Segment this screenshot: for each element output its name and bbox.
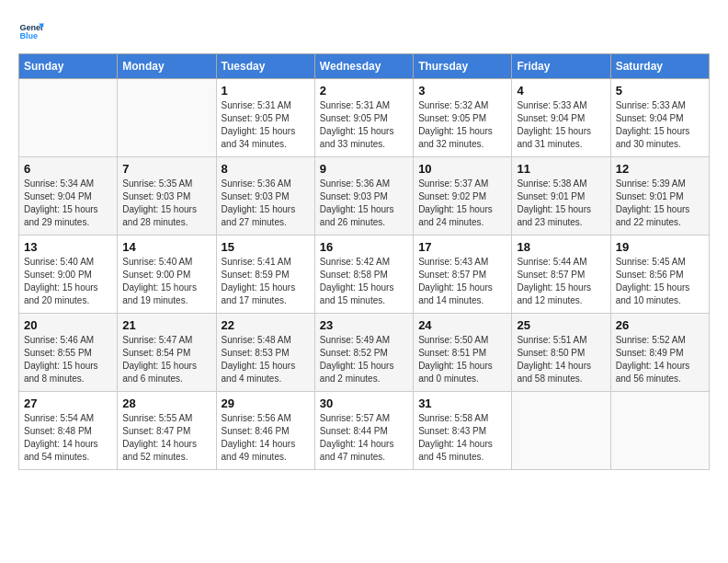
day-number: 15 [222,240,310,254]
column-header-sunday: Sunday [19,54,118,79]
day-info: Sunrise: 5:57 AM Sunset: 8:44 PM Dayligh… [320,412,408,464]
day-number: 23 [320,318,408,332]
calendar-cell: 24Sunrise: 5:50 AM Sunset: 8:51 PM Dayli… [414,314,512,392]
day-number: 14 [122,240,210,254]
day-info: Sunrise: 5:52 AM Sunset: 8:49 PM Dayligh… [616,334,704,385]
day-info: Sunrise: 5:56 AM Sunset: 8:46 PM Dayligh… [222,412,310,464]
logo: General Blue [18,18,48,44]
column-header-tuesday: Tuesday [216,54,314,79]
calendar-week-row: 13Sunrise: 5:40 AM Sunset: 9:00 PM Dayli… [19,236,710,314]
day-info: Sunrise: 5:55 AM Sunset: 8:47 PM Dayligh… [122,412,210,464]
day-number: 11 [517,162,605,176]
page-header: General Blue [18,18,710,44]
calendar-cell: 12Sunrise: 5:39 AM Sunset: 9:01 PM Dayli… [610,157,709,236]
calendar-cell: 2Sunrise: 5:31 AM Sunset: 9:05 PM Daylig… [314,79,413,157]
calendar-cell: 15Sunrise: 5:41 AM Sunset: 8:59 PM Dayli… [216,236,314,314]
day-number: 25 [517,318,605,332]
day-number: 19 [616,240,704,254]
day-number: 16 [320,240,408,254]
day-info: Sunrise: 5:40 AM Sunset: 9:00 PM Dayligh… [122,256,210,307]
column-header-friday: Friday [512,54,610,79]
day-number: 30 [320,396,408,410]
column-header-saturday: Saturday [610,54,709,79]
calendar-week-row: 20Sunrise: 5:46 AM Sunset: 8:55 PM Dayli… [19,314,710,392]
day-info: Sunrise: 5:32 AM Sunset: 9:05 PM Dayligh… [418,99,506,151]
calendar-cell: 14Sunrise: 5:40 AM Sunset: 9:00 PM Dayli… [118,236,216,314]
calendar-cell: 11Sunrise: 5:38 AM Sunset: 9:01 PM Dayli… [512,157,610,236]
day-info: Sunrise: 5:54 AM Sunset: 8:48 PM Dayligh… [24,412,112,464]
calendar-cell: 18Sunrise: 5:44 AM Sunset: 8:57 PM Dayli… [512,236,610,314]
day-info: Sunrise: 5:35 AM Sunset: 9:03 PM Dayligh… [122,178,210,229]
day-info: Sunrise: 5:47 AM Sunset: 8:54 PM Dayligh… [122,334,210,385]
calendar-header-row: SundayMondayTuesdayWednesdayThursdayFrid… [19,54,710,79]
day-number: 8 [222,162,310,176]
column-header-thursday: Thursday [414,54,512,79]
calendar-cell: 27Sunrise: 5:54 AM Sunset: 8:48 PM Dayli… [19,392,118,470]
day-number: 28 [122,396,210,410]
calendar-table: SundayMondayTuesdayWednesdayThursdayFrid… [18,53,710,470]
day-number: 31 [418,396,506,410]
day-number: 2 [320,84,408,98]
day-number: 22 [222,318,310,332]
day-info: Sunrise: 5:38 AM Sunset: 9:01 PM Dayligh… [517,178,605,229]
calendar-week-row: 27Sunrise: 5:54 AM Sunset: 8:48 PM Dayli… [19,392,710,470]
day-number: 13 [24,240,112,254]
day-info: Sunrise: 5:36 AM Sunset: 9:03 PM Dayligh… [222,178,310,229]
calendar-cell: 5Sunrise: 5:33 AM Sunset: 9:04 PM Daylig… [610,79,709,157]
day-info: Sunrise: 5:43 AM Sunset: 8:57 PM Dayligh… [418,256,506,307]
day-info: Sunrise: 5:36 AM Sunset: 9:03 PM Dayligh… [320,178,408,229]
day-number: 10 [418,162,506,176]
calendar-cell: 23Sunrise: 5:49 AM Sunset: 8:52 PM Dayli… [314,314,413,392]
day-info: Sunrise: 5:39 AM Sunset: 9:01 PM Dayligh… [616,178,704,229]
calendar-cell: 22Sunrise: 5:48 AM Sunset: 8:53 PM Dayli… [216,314,314,392]
day-info: Sunrise: 5:31 AM Sunset: 9:05 PM Dayligh… [320,99,408,151]
calendar-cell: 9Sunrise: 5:36 AM Sunset: 9:03 PM Daylig… [314,157,413,236]
day-number: 27 [24,396,112,410]
day-number: 4 [517,84,605,98]
calendar-cell: 4Sunrise: 5:33 AM Sunset: 9:04 PM Daylig… [512,79,610,157]
day-number: 29 [222,396,310,410]
logo-icon: General Blue [18,18,44,44]
calendar-cell [19,79,118,157]
day-info: Sunrise: 5:34 AM Sunset: 9:04 PM Dayligh… [24,178,112,229]
calendar-cell: 13Sunrise: 5:40 AM Sunset: 9:00 PM Dayli… [19,236,118,314]
calendar-cell: 1Sunrise: 5:31 AM Sunset: 9:05 PM Daylig… [216,79,314,157]
day-number: 5 [616,84,704,98]
calendar-cell: 3Sunrise: 5:32 AM Sunset: 9:05 PM Daylig… [414,79,512,157]
day-number: 26 [616,318,704,332]
calendar-cell: 17Sunrise: 5:43 AM Sunset: 8:57 PM Dayli… [414,236,512,314]
day-info: Sunrise: 5:48 AM Sunset: 8:53 PM Dayligh… [222,334,310,385]
day-info: Sunrise: 5:51 AM Sunset: 8:50 PM Dayligh… [517,334,605,385]
day-number: 18 [517,240,605,254]
calendar-cell: 20Sunrise: 5:46 AM Sunset: 8:55 PM Dayli… [19,314,118,392]
calendar-cell [118,79,216,157]
day-number: 7 [122,162,210,176]
calendar-cell: 30Sunrise: 5:57 AM Sunset: 8:44 PM Dayli… [314,392,413,470]
day-info: Sunrise: 5:49 AM Sunset: 8:52 PM Dayligh… [320,334,408,385]
calendar-week-row: 1Sunrise: 5:31 AM Sunset: 9:05 PM Daylig… [19,79,710,157]
calendar-cell: 26Sunrise: 5:52 AM Sunset: 8:49 PM Dayli… [610,314,709,392]
day-number: 17 [418,240,506,254]
calendar-cell: 16Sunrise: 5:42 AM Sunset: 8:58 PM Dayli… [314,236,413,314]
day-info: Sunrise: 5:58 AM Sunset: 8:43 PM Dayligh… [418,412,506,464]
day-number: 1 [222,84,310,98]
day-number: 21 [122,318,210,332]
day-number: 12 [616,162,704,176]
day-info: Sunrise: 5:37 AM Sunset: 9:02 PM Dayligh… [418,178,506,229]
calendar-cell [610,392,709,470]
day-info: Sunrise: 5:33 AM Sunset: 9:04 PM Dayligh… [616,99,704,151]
calendar-cell: 7Sunrise: 5:35 AM Sunset: 9:03 PM Daylig… [118,157,216,236]
calendar-cell: 25Sunrise: 5:51 AM Sunset: 8:50 PM Dayli… [512,314,610,392]
day-info: Sunrise: 5:42 AM Sunset: 8:58 PM Dayligh… [320,256,408,307]
calendar-cell: 10Sunrise: 5:37 AM Sunset: 9:02 PM Dayli… [414,157,512,236]
calendar-cell: 19Sunrise: 5:45 AM Sunset: 8:56 PM Dayli… [610,236,709,314]
calendar-cell [512,392,610,470]
calendar-cell: 29Sunrise: 5:56 AM Sunset: 8:46 PM Dayli… [216,392,314,470]
day-info: Sunrise: 5:33 AM Sunset: 9:04 PM Dayligh… [517,99,605,151]
day-number: 24 [418,318,506,332]
calendar-week-row: 6Sunrise: 5:34 AM Sunset: 9:04 PM Daylig… [19,157,710,236]
column-header-wednesday: Wednesday [314,54,413,79]
day-info: Sunrise: 5:41 AM Sunset: 8:59 PM Dayligh… [222,256,310,307]
column-header-monday: Monday [118,54,216,79]
day-info: Sunrise: 5:50 AM Sunset: 8:51 PM Dayligh… [418,334,506,385]
